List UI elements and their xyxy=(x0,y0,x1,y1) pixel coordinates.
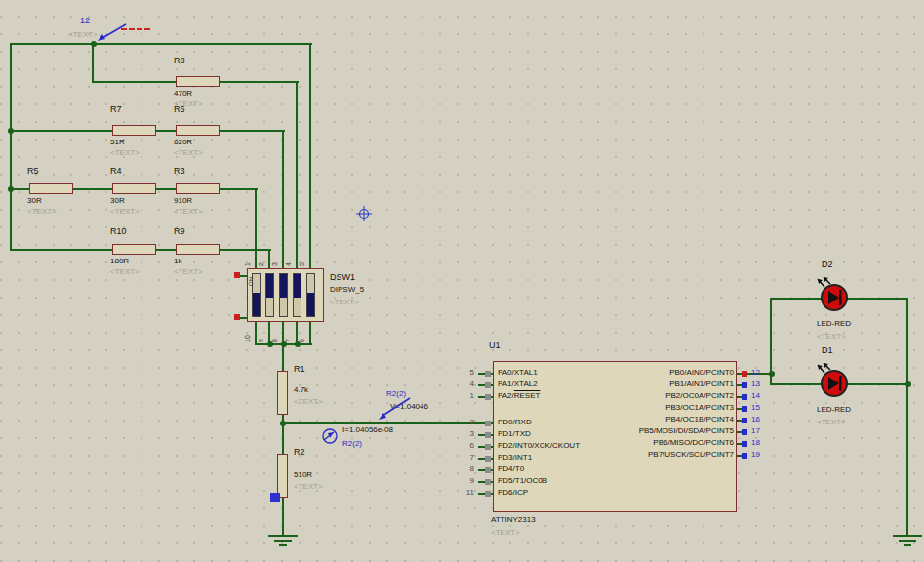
wire-segment[interactable] xyxy=(309,322,311,345)
resistor-body-r3[interactable] xyxy=(176,183,220,194)
probe-arrow-icon[interactable] xyxy=(94,21,131,45)
wire-segment[interactable] xyxy=(309,43,311,268)
wire-segment[interactable] xyxy=(268,249,270,268)
led-value: LED-RED xyxy=(817,319,851,328)
dip-switch-handle[interactable] xyxy=(307,293,314,316)
dip-placeholder: <TEXT> xyxy=(330,298,359,306)
pin-state-indicator xyxy=(742,441,747,447)
wire-segment[interactable] xyxy=(296,81,298,268)
mcu-placeholder: <TEXT> xyxy=(491,528,520,537)
dip-switch-slot xyxy=(293,273,301,317)
resistor-ref: R7 xyxy=(110,104,122,114)
pin-state-indicator xyxy=(742,453,747,459)
wire-segment[interactable] xyxy=(10,43,312,45)
resistor-ref: R4 xyxy=(110,166,122,176)
pin-state-indicator xyxy=(485,444,491,450)
current-probe-icon[interactable] xyxy=(321,427,341,447)
resistor-body-r4[interactable] xyxy=(112,183,156,194)
resistor-body-r2[interactable] xyxy=(277,454,288,498)
junction-dot xyxy=(769,371,775,377)
wire-segment[interactable] xyxy=(220,188,258,190)
dip-switch-handle[interactable] xyxy=(280,274,287,298)
mcu-pin-label: PD2/INT0/XCK/CKOUT xyxy=(498,441,580,450)
wire-segment[interactable] xyxy=(282,130,284,268)
mcu-pin-number: 3 xyxy=(455,429,474,438)
resistor-placeholder: <TEXT> xyxy=(174,267,203,276)
resistor-placeholder: <TEXT> xyxy=(294,397,323,406)
dip-switch-slot xyxy=(279,273,288,317)
mcu-pin-label: PD5/T1/OC0B xyxy=(498,476,547,485)
mcu-pin-label: PD1/TXD xyxy=(498,429,531,438)
dip-pin-number: 7 xyxy=(285,324,292,342)
wire-segment[interactable] xyxy=(156,130,176,132)
pin-state-indicator xyxy=(742,394,747,400)
mcu-pin-number: 13 xyxy=(751,380,760,388)
mcu-pin-number: 1 xyxy=(455,391,474,400)
resistor-body-r8[interactable] xyxy=(176,76,220,87)
wire-segment[interactable] xyxy=(92,43,94,83)
resistor-ref: R9 xyxy=(174,226,185,236)
wire-segment[interactable] xyxy=(10,249,112,251)
wire-segment[interactable] xyxy=(73,188,112,190)
net-label[interactable]: 12 xyxy=(80,16,90,25)
led-d1-symbol[interactable] xyxy=(810,362,859,405)
wire-segment[interactable] xyxy=(282,498,284,537)
wire-segment[interactable] xyxy=(10,130,112,132)
wire-segment[interactable] xyxy=(282,343,284,371)
current-probe-name[interactable]: R2(2) xyxy=(342,439,362,448)
resistor-body-r6[interactable] xyxy=(176,125,220,136)
resistor-body-r10[interactable] xyxy=(112,244,156,255)
wire-segment[interactable] xyxy=(156,188,176,190)
pin-state-indicator xyxy=(485,467,491,473)
voltage-probe-arrow-icon[interactable] xyxy=(371,394,414,423)
mcu-pin-label: PD4/T0 xyxy=(498,464,524,473)
resistor-ref: R8 xyxy=(174,56,185,65)
dip-switch-handle[interactable] xyxy=(294,274,301,298)
wire-segment[interactable] xyxy=(906,298,908,537)
mcu-pin-label: PA0/XTAL1 xyxy=(498,368,538,377)
dip-switch-handle[interactable] xyxy=(266,274,273,298)
mcu-pin-number: 11 xyxy=(455,488,474,497)
probe-marker[interactable] xyxy=(270,493,280,502)
wire-segment[interactable] xyxy=(220,130,285,132)
wire-segment[interactable] xyxy=(156,249,176,251)
mcu-pin-number: 16 xyxy=(751,415,760,423)
junction-dot xyxy=(8,186,14,192)
wire-segment[interactable] xyxy=(255,188,257,268)
mcu-pin-label: PA1/XTAL2 xyxy=(498,380,538,388)
resistor-placeholder: <TEXT> xyxy=(174,207,203,216)
pin-state-indicator xyxy=(742,382,747,388)
mcu-pin-number: 8 xyxy=(455,464,474,473)
mcu-pin-number: 5 xyxy=(455,368,474,377)
led-ref: D1 xyxy=(822,345,833,355)
pin-state-indicator xyxy=(742,406,747,412)
dip-pin-number: 8 xyxy=(271,324,278,342)
mcu-ref: U1 xyxy=(489,341,501,350)
wire-segment[interactable] xyxy=(220,81,299,83)
mcu-pin-label: PB2/OC0A/PCINT2 xyxy=(665,391,734,400)
led-ref: D2 xyxy=(822,260,833,269)
resistor-body-r5[interactable] xyxy=(29,183,73,194)
resistor-placeholder: <TEXT> xyxy=(294,482,323,491)
dip-pin-number: 4 xyxy=(285,249,292,266)
mcu-pin-label: PB7/USCK/SCL/PCINT7 xyxy=(648,450,734,459)
dip-switch-handle[interactable] xyxy=(253,293,260,316)
pin-state-indicator xyxy=(485,432,491,438)
wire-segment[interactable] xyxy=(10,43,12,251)
resistor-body-r7[interactable] xyxy=(112,125,156,136)
led-d2-symbol[interactable] xyxy=(810,276,859,319)
resistor-body-r9[interactable] xyxy=(176,244,220,255)
junction-dot xyxy=(280,421,286,426)
wire-segment[interactable] xyxy=(93,81,176,83)
resistor-value: 470R xyxy=(174,89,192,98)
mcu-pin-number: 19 xyxy=(751,450,760,459)
pin-state-indicator xyxy=(485,394,491,400)
resistor-value: 620R xyxy=(174,138,192,146)
mcu-pin-label: PB0/AIN0/PCINT0 xyxy=(669,368,734,377)
dip-pin-number: 5 xyxy=(299,249,305,266)
dip-on-label: ON xyxy=(248,270,254,286)
wire-segment[interactable] xyxy=(255,322,257,345)
ground-symbol xyxy=(274,540,292,542)
resistor-body-r1[interactable] xyxy=(277,371,288,415)
dip-pin-number: 1 xyxy=(244,249,251,266)
